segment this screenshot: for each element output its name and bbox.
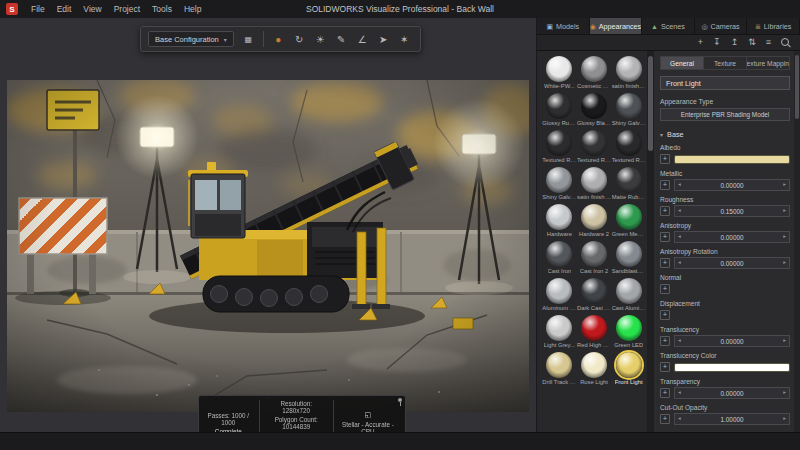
subtab-texture[interactable]: Texture bbox=[704, 57, 747, 69]
appearance-thumbnail[interactable]: Textured Ru... bbox=[612, 130, 645, 163]
appearance-thumbnail[interactable]: Rose Light bbox=[578, 352, 611, 385]
menu-edit[interactable]: Edit bbox=[51, 2, 78, 16]
appearance-thumbnail[interactable]: Aluminum F... bbox=[543, 278, 576, 311]
config-grid-icon[interactable]: ▦ bbox=[240, 31, 257, 48]
appearance-thumbnail[interactable]: Shiny Galva... bbox=[612, 93, 645, 126]
appearance-thumbnail[interactable]: White-PW... bbox=[543, 56, 576, 89]
menu-help[interactable]: Help bbox=[178, 2, 207, 16]
subtab-general[interactable]: General bbox=[661, 57, 704, 69]
appearance-thumbnail[interactable]: Hardware 2 bbox=[578, 204, 611, 237]
appearance-thumbnail[interactable]: Textured Ru... bbox=[543, 130, 576, 163]
sort-icon[interactable]: ⇅ bbox=[748, 38, 756, 47]
anisotropy-stepper[interactable]: ◂0.00000▸ bbox=[674, 231, 790, 243]
search-icon[interactable] bbox=[781, 38, 791, 48]
appearance-thumbnail[interactable]: Drill Track C... bbox=[543, 352, 576, 385]
roughness-add-texture-button[interactable]: + bbox=[660, 206, 670, 216]
tab-cameras[interactable]: ◎Cameras bbox=[695, 18, 748, 34]
viewport-3d[interactable]: Base Configuration ▾ ▦ ●↻☀✎∠➤✶ Passes: 1… bbox=[0, 18, 537, 432]
stepper-left-arrow-icon[interactable]: ◂ bbox=[678, 234, 681, 240]
stepper-right-arrow-icon[interactable]: ▸ bbox=[783, 260, 786, 266]
stepper-right-arrow-icon[interactable]: ▸ bbox=[783, 416, 786, 422]
add-icon[interactable]: + bbox=[698, 38, 703, 47]
base-section-header[interactable]: ▾ Base bbox=[660, 130, 790, 139]
stepper-right-arrow-icon[interactable]: ▸ bbox=[783, 182, 786, 188]
material-ball-icon[interactable]: ● bbox=[270, 31, 287, 48]
appearance-thumbnail[interactable]: Cosmetic Th... bbox=[578, 56, 611, 89]
tab-models[interactable]: ▣Models bbox=[537, 18, 590, 34]
appearance-thumbnail[interactable]: satin finish ... bbox=[578, 167, 611, 200]
transparency-add-texture-button[interactable]: + bbox=[660, 388, 670, 398]
stepper-left-arrow-icon[interactable]: ◂ bbox=[678, 416, 681, 422]
appearance-thumbnail[interactable]: Green Medi... bbox=[612, 204, 645, 237]
appearance-thumbnail[interactable]: satin finish s... bbox=[612, 56, 645, 89]
measure-icon[interactable]: ∠ bbox=[354, 31, 371, 48]
paint-icon[interactable]: ✎ bbox=[333, 31, 350, 48]
subtab-texture-mapping[interactable]: Texture Mapping bbox=[747, 57, 789, 69]
anisotropy-add-texture-button[interactable]: + bbox=[660, 232, 670, 242]
menu-file[interactable]: File bbox=[25, 2, 51, 16]
translucency-color-color-swatch[interactable] bbox=[674, 363, 790, 372]
properties-scrollbar[interactable] bbox=[794, 51, 800, 432]
import-icon[interactable]: ↧ bbox=[713, 38, 721, 47]
selected-appearance-field[interactable]: Front Light bbox=[660, 76, 790, 90]
roughness-stepper[interactable]: ◂0.15000▸ bbox=[674, 205, 790, 217]
anisotropy-rotation-stepper[interactable]: ◂0.00000▸ bbox=[674, 257, 790, 269]
sun-icon[interactable]: ☀ bbox=[312, 31, 329, 48]
appearance-thumbnail[interactable]: Cast Iron bbox=[543, 241, 576, 274]
pointer-icon[interactable]: ➤ bbox=[375, 31, 392, 48]
appearance-thumbnail[interactable]: Dark Cast Al... bbox=[578, 278, 611, 311]
appearance-thumbnail[interactable]: Textured Ru... bbox=[578, 130, 611, 163]
configuration-dropdown[interactable]: Base Configuration ▾ bbox=[148, 31, 234, 47]
stepper-right-arrow-icon[interactable]: ▸ bbox=[783, 390, 786, 396]
translucency-stepper[interactable]: ◂0.00000▸ bbox=[674, 335, 790, 347]
cut-out-opacity-add-texture-button[interactable]: + bbox=[660, 414, 670, 424]
export-icon[interactable]: ↥ bbox=[731, 38, 739, 47]
albedo-color-swatch[interactable] bbox=[674, 155, 790, 164]
scrollbar-thumb[interactable] bbox=[795, 55, 799, 119]
appearance-thumbnail[interactable]: Red High Gl... bbox=[578, 315, 611, 348]
transparency-stepper[interactable]: ◂0.00000▸ bbox=[674, 387, 790, 399]
appearance-thumbnail[interactable]: Light Grey... bbox=[543, 315, 576, 348]
appearance-thumbnail[interactable]: Hardware bbox=[543, 204, 576, 237]
pin-icon[interactable] bbox=[396, 398, 403, 405]
appearance-thumbnail[interactable]: Green LED bbox=[612, 315, 645, 348]
stepper-right-arrow-icon[interactable]: ▸ bbox=[783, 234, 786, 240]
translucency-add-texture-button[interactable]: + bbox=[660, 336, 670, 346]
appearance-thumbnail[interactable]: Front Light bbox=[612, 352, 645, 385]
appearance-thumbnail[interactable]: Cast Alumin... bbox=[612, 278, 645, 311]
tab-appearances[interactable]: ◉Appearances bbox=[590, 18, 643, 34]
tab-libraries[interactable]: ≣Libraries bbox=[747, 18, 800, 34]
tab-scenes[interactable]: ▲Scenes bbox=[642, 18, 695, 34]
appearance-thumbnail[interactable]: Sandblasted... bbox=[612, 241, 645, 274]
stepper-left-arrow-icon[interactable]: ◂ bbox=[678, 260, 681, 266]
menu-project[interactable]: Project bbox=[108, 2, 146, 16]
effects-icon[interactable]: ✶ bbox=[396, 31, 413, 48]
stepper-left-arrow-icon[interactable]: ◂ bbox=[678, 182, 681, 188]
normal-add-texture-button[interactable]: + bbox=[660, 284, 670, 294]
appearance-scrollbar[interactable] bbox=[647, 51, 654, 432]
albedo-add-texture-button[interactable]: + bbox=[660, 154, 670, 164]
appearance-thumbnail[interactable]: Glossy Black... bbox=[578, 93, 611, 126]
filter-icon[interactable]: ≡ bbox=[766, 38, 771, 47]
appearance-type-dropdown[interactable]: Enterprise PBR Shading Model bbox=[660, 108, 790, 121]
menu-view[interactable]: View bbox=[77, 2, 107, 16]
anisotropy-rotation-add-texture-button[interactable]: + bbox=[660, 258, 670, 268]
stepper-left-arrow-icon[interactable]: ◂ bbox=[678, 338, 681, 344]
scrollbar-thumb[interactable] bbox=[648, 56, 653, 151]
appearance-thumbnail[interactable]: Glossy Rub... bbox=[543, 93, 576, 126]
metallic-stepper[interactable]: ◂0.00000▸ bbox=[674, 179, 790, 191]
menu-tools[interactable]: Tools bbox=[146, 2, 178, 16]
translucency-color-add-texture-button[interactable]: + bbox=[660, 362, 670, 372]
stepper-left-arrow-icon[interactable]: ◂ bbox=[678, 390, 681, 396]
stepper-right-arrow-icon[interactable]: ▸ bbox=[783, 208, 786, 214]
stepper-right-arrow-icon[interactable]: ▸ bbox=[783, 338, 786, 344]
metallic-add-texture-button[interactable]: + bbox=[660, 180, 670, 190]
stepper-left-arrow-icon[interactable]: ◂ bbox=[678, 208, 681, 214]
tab-label: Libraries bbox=[764, 22, 792, 31]
appearance-thumbnail[interactable]: Cast Iron 2 bbox=[578, 241, 611, 274]
displacement-add-texture-button[interactable]: + bbox=[660, 310, 670, 320]
appearance-thumbnail[interactable]: Matte Rubb... bbox=[612, 167, 645, 200]
appearance-thumbnail[interactable]: Shiny Galva... bbox=[543, 167, 576, 200]
orbit-icon[interactable]: ↻ bbox=[291, 31, 308, 48]
cut-out-opacity-stepper[interactable]: ◂1.00000▸ bbox=[674, 413, 790, 425]
